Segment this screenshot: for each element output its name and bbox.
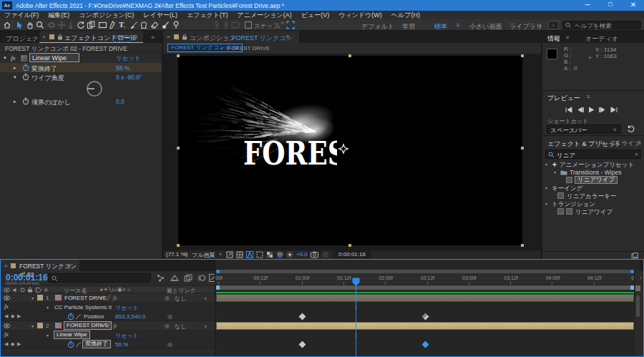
effect-name[interactable]: CC Particle Systems II <box>54 304 112 310</box>
layer-handle[interactable] <box>177 54 180 57</box>
pick-whip-icon[interactable]: ◎ <box>167 341 172 348</box>
menu-animation[interactable]: アニメーション(A) <box>238 11 292 20</box>
eye-icon[interactable] <box>4 323 10 328</box>
tree-label-selected[interactable]: リニアワイプ <box>575 176 618 184</box>
clear-search-icon[interactable]: × <box>635 151 638 157</box>
tree-item-animation-presets[interactable]: ▾ アニメーションプリセット <box>542 160 644 168</box>
workspace-standard-menu-icon[interactable]: ≡ <box>457 22 460 29</box>
prev-keyframe-icon[interactable]: ◀ <box>4 313 8 319</box>
draft-3d-icon[interactable] <box>170 274 179 282</box>
menu-help[interactable]: ヘルプ(H) <box>391 11 420 20</box>
prev-frame-button[interactable] <box>577 107 584 113</box>
right-tab-overflow-icon[interactable]: » <box>638 140 641 147</box>
panel-menu-icon[interactable]: ≡ <box>68 263 72 269</box>
effect-row[interactable]: ▾ fx Linear Wipe リセット <box>0 53 162 63</box>
parent-dropdown-chevron-icon[interactable]: ∨ <box>204 323 207 328</box>
next-keyframe-icon[interactable]: ▶ <box>17 341 21 347</box>
time-ruler[interactable]: 00f00:12f01:00f01:12f02:00f02:12f03:00f0… <box>215 273 640 285</box>
prop-value[interactable]: 0.0 <box>116 98 125 105</box>
eraser-tool[interactable] <box>150 21 159 29</box>
help-search-box[interactable]: ヘルプを検索 <box>562 21 641 29</box>
axis-local-icon[interactable] <box>213 21 221 29</box>
next-keyframe-icon[interactable]: ▶ <box>17 313 21 319</box>
play-button[interactable] <box>588 107 595 113</box>
chevron-down-icon[interactable]: ▾ <box>545 162 547 167</box>
label-color-swatch[interactable] <box>37 295 43 300</box>
brush-tool[interactable] <box>130 21 138 29</box>
parent-dropdown[interactable]: なし <box>175 323 186 331</box>
layer-bar-2[interactable] <box>216 322 634 330</box>
marker-bin-icon[interactable] <box>635 285 640 291</box>
stopwatch-icon[interactable] <box>22 73 29 81</box>
parent-dropdown[interactable]: なし <box>175 295 186 303</box>
home-icon[interactable] <box>3 21 11 29</box>
tree-item-linear-wipe-preset[interactable]: リニアワイプ <box>542 176 644 184</box>
snap-checkbox[interactable] <box>245 21 252 29</box>
prop-row-position[interactable]: ◀ ◆ ▶ Position 853.3,540.0 ◎ <box>1 312 215 321</box>
zoom-tool[interactable] <box>36 21 44 29</box>
timeline-search-box[interactable] <box>48 273 151 283</box>
menu-effect[interactable]: エフェクト(T) <box>187 11 228 20</box>
menu-window[interactable]: ウィンドウ(W) <box>338 11 382 20</box>
exposure-icon[interactable] <box>286 251 293 258</box>
menu-layer[interactable]: レイヤー(L) <box>143 11 177 20</box>
parent-dropdown-chevron-icon[interactable]: ∨ <box>204 295 207 300</box>
chevron-down-icon[interactable]: ▾ <box>554 170 556 175</box>
transparency-grid-icon[interactable] <box>266 251 273 258</box>
snap-label[interactable]: スナップ <box>254 22 279 31</box>
comp-canvas[interactable]: FOREST <box>178 56 522 245</box>
prop-row-completion[interactable]: ◀ ◆ ▶ 変換終了 56 % ◎ <box>1 340 215 349</box>
layer-handle[interactable] <box>521 147 524 150</box>
label-color-swatch[interactable] <box>37 323 43 328</box>
effect-switch-icon[interactable]: fx <box>113 295 117 301</box>
keyframe-diamond[interactable] <box>299 341 306 348</box>
effect-name-box[interactable]: Linear Wipe <box>29 53 79 62</box>
pan-camera-tool[interactable] <box>57 21 66 29</box>
chevron-down-icon[interactable]: ▾ <box>545 185 547 190</box>
quality-icon[interactable]: ╱ <box>107 295 110 300</box>
prop-name-box[interactable]: 変換終了 <box>82 340 111 348</box>
layer-handle[interactable] <box>348 54 351 57</box>
workspace-overflow-icon[interactable]: » <box>538 22 542 29</box>
pick-whip-icon[interactable]: ◎ <box>167 313 172 320</box>
stopwatch-icon[interactable] <box>22 64 29 72</box>
effect-row-linear-wipe[interactable]: fx ▾ Linear Wipe リセット <box>1 331 215 340</box>
prop-row-wipe-angle[interactable]: ▾ ワイプ角度 0 x -90.0° <box>0 72 162 82</box>
keyframe-diamond[interactable] <box>422 313 429 321</box>
prop-row-feather[interactable]: ▸ 境界のぼかし 0.0 <box>0 97 162 106</box>
layer-row-1[interactable]: ▾ 1 FOREST DRIVE ♠ ╱ fx ◎ なし ∨ <box>1 293 215 303</box>
effect-name-box[interactable]: Linear Wipe <box>54 331 90 339</box>
motion-blur-icon[interactable] <box>197 274 206 282</box>
first-frame-button[interactable] <box>565 107 572 113</box>
prop-value[interactable]: 853.3,540.0 <box>115 313 145 320</box>
work-area-bar[interactable] <box>216 285 634 290</box>
panel-menu-icon[interactable]: ≡ <box>135 34 138 40</box>
close-icon[interactable]: × <box>4 263 8 269</box>
composition-flowchart-icon[interactable] <box>157 274 165 282</box>
pen-tool[interactable] <box>109 21 117 29</box>
view-options-icon[interactable] <box>226 251 233 258</box>
scroll-thumb[interactable] <box>636 295 640 317</box>
preview-menu-icon[interactable]: ≡ <box>587 94 590 100</box>
frame-blend-icon[interactable] <box>184 274 192 282</box>
quality-dropdown[interactable]: フル画質 <box>192 251 215 259</box>
axis-world-icon[interactable] <box>222 21 230 29</box>
channel-icon[interactable] <box>276 251 283 258</box>
playhead-line[interactable] <box>356 278 356 356</box>
rotate-tool[interactable] <box>77 21 85 29</box>
graph-icon[interactable] <box>75 313 82 320</box>
orbit-camera-tool[interactable] <box>47 21 56 29</box>
effect-reset-link[interactable]: リセット <box>116 54 141 63</box>
chevron-down-icon[interactable]: ▾ <box>4 55 6 61</box>
panel-menu-icon[interactable]: ≡ <box>286 34 290 40</box>
mask-visibility-icon[interactable] <box>246 251 253 258</box>
dolly-camera-tool[interactable] <box>67 21 75 29</box>
prop-name[interactable]: Position <box>84 313 104 320</box>
prop-value[interactable]: 0 x -90.0° <box>116 74 142 81</box>
chevron-right-icon[interactable]: ▸ <box>14 65 16 71</box>
shy-icon[interactable]: ♠ <box>100 323 103 328</box>
menu-composition[interactable]: コンポジション(C) <box>79 11 134 20</box>
effect-row-cc-particle[interactable]: fx ▾ CC Particle Systems II リセット <box>1 303 215 312</box>
layer-handle[interactable] <box>348 244 351 247</box>
menu-file[interactable]: ファイル(F) <box>4 11 39 20</box>
